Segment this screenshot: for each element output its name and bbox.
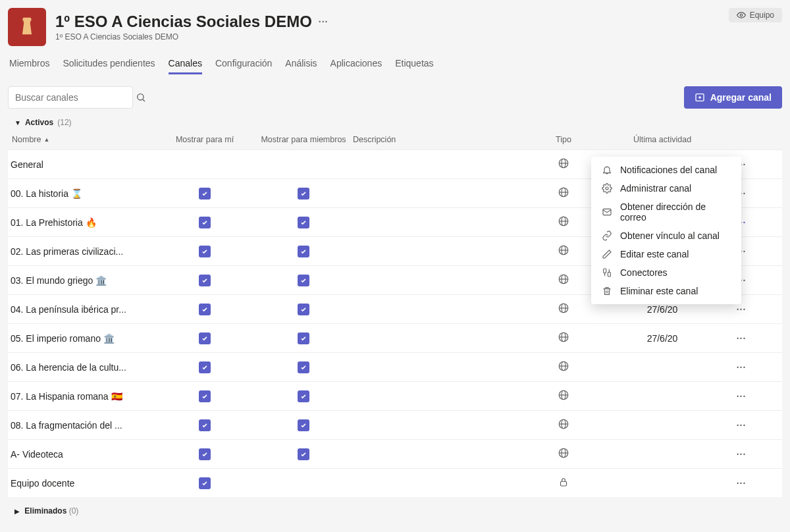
table-row[interactable]: 07. La Hispania romana 🇪🇸··· <box>8 381 782 410</box>
globe-icon <box>558 389 569 401</box>
chevron-right-icon: ▶ <box>14 508 20 515</box>
channel-name: 03. El mundo griego 🏛️ <box>11 275 155 286</box>
tab-analisis[interactable]: Análisis <box>285 58 317 74</box>
tabs-bar: MiembrosSolicitudes pendientesCanalesCon… <box>8 58 782 74</box>
add-channel-label: Agregar canal <box>710 92 772 103</box>
show-members-checkbox[interactable] <box>254 448 353 460</box>
menu-connectors[interactable]: Conectores <box>591 263 741 282</box>
menu-edit[interactable]: Editar este canal <box>591 245 741 263</box>
tab-solicitudes[interactable]: Solicitudes pendientes <box>63 58 155 74</box>
header-more-icon[interactable]: ··· <box>319 16 329 27</box>
column-type[interactable]: Tipo <box>524 135 603 144</box>
trash-icon <box>602 286 612 296</box>
tab-miembros[interactable]: Miembros <box>9 58 49 74</box>
tab-canales[interactable]: Canales <box>169 58 202 74</box>
row-more-button[interactable]: ··· <box>722 420 761 431</box>
search-channels[interactable] <box>8 86 133 109</box>
show-members-checkbox[interactable] <box>254 188 353 200</box>
search-input[interactable] <box>15 92 130 103</box>
table-row[interactable]: 08. La fragmentación del ...··· <box>8 410 782 439</box>
globe-icon <box>558 331 569 343</box>
show-me-checkbox[interactable] <box>155 188 254 200</box>
show-members-checkbox[interactable] <box>254 217 353 228</box>
tab-etiquetas[interactable]: Etiquetas <box>395 58 433 74</box>
show-members-checkbox[interactable] <box>254 275 353 286</box>
table-row[interactable]: Equipo docente··· <box>8 468 782 497</box>
pencil-icon <box>602 249 612 259</box>
svg-point-0 <box>23 20 30 24</box>
team-visibility-button[interactable]: Equipo <box>729 8 782 22</box>
show-me-checkbox[interactable] <box>155 275 254 286</box>
table-row[interactable]: A- Videoteca··· <box>8 439 782 468</box>
show-me-checkbox[interactable] <box>155 332 254 344</box>
show-me-checkbox[interactable] <box>155 448 254 460</box>
show-me-checkbox[interactable] <box>155 246 254 257</box>
channel-name: Equipo docente <box>11 478 155 489</box>
row-more-button[interactable]: ··· <box>722 304 761 315</box>
show-members-checkbox[interactable] <box>254 332 353 344</box>
page-title: 1º ESO A Ciencias Sociales DEMO <box>55 13 312 31</box>
menu-email[interactable]: Obtener dirección de correo <box>591 198 741 226</box>
menu-manage[interactable]: Administrar canal <box>591 179 741 198</box>
menu-notifications[interactable]: Notificaciones del canal <box>591 161 741 179</box>
page-subtitle: 1º ESO A Ciencias Sociales DEMO <box>55 32 328 41</box>
channel-name: 05. El imperio romano 🏛️ <box>11 333 155 344</box>
add-channel-button[interactable]: Agregar canal <box>684 86 782 109</box>
globe-icon <box>558 244 569 256</box>
table-row[interactable]: 06. La herencia de la cultu...··· <box>8 352 782 381</box>
globe-icon <box>558 360 569 372</box>
row-more-button[interactable]: ··· <box>722 391 761 402</box>
team-avatar <box>8 8 46 46</box>
column-name[interactable]: Nombre ▲ <box>11 135 155 144</box>
show-me-checkbox[interactable] <box>155 361 254 373</box>
row-more-button[interactable]: ··· <box>722 478 761 489</box>
gear-icon <box>602 183 612 194</box>
add-channel-icon <box>695 92 705 103</box>
show-members-checkbox[interactable] <box>254 246 353 257</box>
section-eliminated-header[interactable]: ▶ Eliminados (0) <box>8 506 782 516</box>
channel-name: 08. La fragmentación del ... <box>11 420 155 431</box>
bell-icon <box>602 165 612 175</box>
row-more-button[interactable]: ··· <box>722 449 761 460</box>
menu-delete[interactable]: Eliminar este canal <box>591 282 741 300</box>
section-active-count: (12) <box>57 118 71 127</box>
column-show-members[interactable]: Mostrar para miembros <box>254 135 353 144</box>
tab-aplicaciones[interactable]: Aplicaciones <box>330 58 382 74</box>
show-members-checkbox[interactable] <box>254 390 353 402</box>
svg-rect-44 <box>608 272 610 277</box>
svg-rect-43 <box>604 269 606 273</box>
globe-icon <box>558 186 569 198</box>
mail-icon <box>602 207 612 217</box>
channel-name: 06. La herencia de la cultu... <box>11 362 155 373</box>
svg-point-2 <box>138 94 144 100</box>
lock-icon <box>558 476 569 488</box>
row-more-button[interactable]: ··· <box>722 362 761 373</box>
table-row[interactable]: 05. El imperio romano 🏛️27/6/20··· <box>8 323 782 352</box>
sort-asc-icon: ▲ <box>43 136 49 143</box>
column-description[interactable]: Descripción <box>353 135 524 144</box>
tab-configuracion[interactable]: Configuración <box>215 58 272 74</box>
show-members-checkbox[interactable] <box>254 361 353 373</box>
show-me-checkbox[interactable] <box>155 477 254 489</box>
svg-rect-40 <box>561 481 567 486</box>
show-me-checkbox[interactable] <box>155 217 254 228</box>
column-show-me[interactable]: Mostrar para mí <box>155 135 254 144</box>
column-last[interactable]: Última actividad <box>603 135 722 144</box>
channel-name: A- Videoteca <box>11 449 155 460</box>
last-activity: 27/6/20 <box>603 304 722 315</box>
channel-name: 07. La Hispania romana 🇪🇸 <box>11 391 155 402</box>
row-more-button[interactable]: ··· <box>722 333 761 344</box>
menu-link[interactable]: Obtener vínculo al canal <box>591 226 741 245</box>
table-header: Nombre ▲ Mostrar para mí Mostrar para mi… <box>8 130 782 149</box>
show-members-checkbox[interactable] <box>254 419 353 431</box>
globe-icon <box>558 157 569 169</box>
globe-icon <box>558 273 569 285</box>
show-me-checkbox[interactable] <box>155 419 254 431</box>
channel-name: 00. La historia ⌛ <box>11 188 155 199</box>
show-me-checkbox[interactable] <box>155 304 254 315</box>
channel-name: 02. Las primeras civilizaci... <box>11 246 155 257</box>
globe-icon <box>558 302 569 314</box>
section-active-header[interactable]: ▼ Activos (12) <box>14 118 782 127</box>
show-members-checkbox[interactable] <box>254 304 353 315</box>
show-me-checkbox[interactable] <box>155 390 254 402</box>
